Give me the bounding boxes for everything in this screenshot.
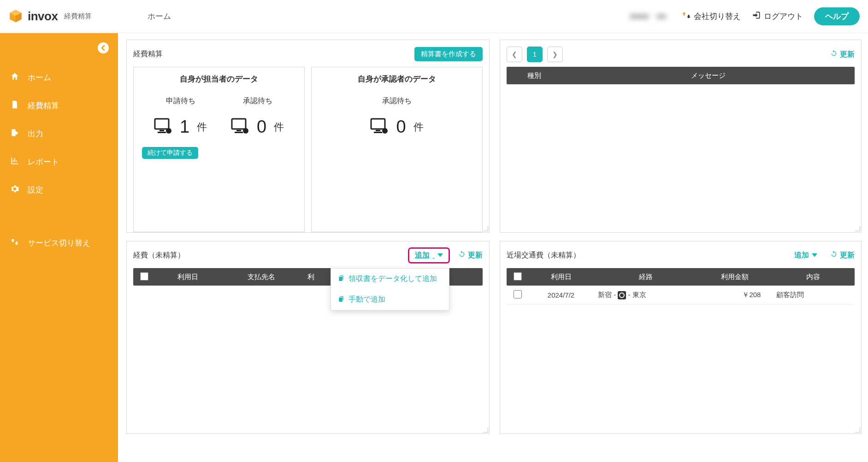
expense-summary-panel: 経費精算 精算書を作成する 自身が担当者のデータ 申請待ち 1 件 (126, 40, 490, 233)
dropdown-item-manual[interactable]: 手動で追加 (331, 289, 449, 310)
col-payee: 支払先名 (220, 273, 303, 281)
logo-block: invox 経費精算 (0, 8, 118, 24)
dropdown-item-label: 手動で追加 (348, 295, 385, 304)
sidebar-item-output[interactable]: 出力 (0, 120, 118, 148)
metric-label: 申請待ち (142, 96, 219, 106)
main-content: 経費精算 精算書を作成する 自身が担当者のデータ 申請待ち 1 件 (118, 33, 868, 462)
svg-rect-5 (158, 132, 166, 133)
metric-value: 0 (396, 117, 406, 137)
logout-icon (752, 11, 761, 22)
svg-rect-3 (155, 119, 169, 129)
copy-icon (337, 275, 345, 284)
sidebar-item-settings[interactable]: 設定 (0, 176, 118, 204)
svg-rect-8 (236, 130, 241, 131)
monitor-icon (370, 118, 389, 136)
metric-unit: 件 (274, 120, 284, 134)
pager-next-button[interactable]: ❯ (547, 47, 563, 62)
sidebar-item-expense[interactable]: 経費精算 (0, 92, 118, 120)
refresh-label: 更新 (840, 50, 855, 59)
metric-value: 0 (257, 117, 266, 137)
col-amount: 利用金額 (698, 273, 772, 281)
sidebar-collapse-button[interactable] (98, 42, 109, 53)
sidebar-item-service-switch[interactable]: サービス切り替え (0, 229, 118, 257)
switch-company-button[interactable]: 会社切り替え (682, 11, 741, 22)
transport-table-header: 利用日 経路 利用金額 内容 (507, 268, 855, 286)
cell-amount: ￥208 (698, 291, 772, 299)
gear-icon (10, 184, 19, 196)
select-all-checkbox[interactable] (514, 272, 522, 281)
brand-sub: 経費精算 (64, 12, 92, 21)
resize-grip-icon[interactable] (483, 427, 488, 433)
sidebar-item-label: 設定 (28, 185, 43, 195)
resize-grip-icon[interactable] (483, 226, 488, 231)
refresh-icon (458, 251, 466, 260)
brand-name: invox (28, 9, 58, 23)
continue-apply-button[interactable]: 続けて申請する (142, 147, 198, 159)
svg-rect-4 (159, 130, 164, 131)
chart-icon (10, 156, 19, 168)
logout-label: ログアウト (764, 11, 803, 22)
sidebar-item-label: 出力 (28, 129, 43, 139)
card-title: 自身が担当者のデータ (142, 74, 296, 84)
col-desc: 内容 (772, 273, 855, 281)
swap-icon (10, 237, 19, 249)
transport-panel: 近場交通費（未精算） 追加 更新 利用日 (500, 241, 862, 434)
dropdown-item-label: 領収書をデータ化して追加 (348, 274, 437, 284)
col-kind: 種別 (507, 71, 562, 80)
route-from: 新宿 (598, 291, 612, 298)
add-dropdown-button[interactable]: 追加 (790, 249, 822, 262)
svg-point-6 (166, 128, 171, 134)
resize-grip-icon[interactable] (855, 427, 860, 433)
refresh-button[interactable]: 更新 (830, 50, 855, 59)
export-icon (10, 128, 19, 140)
metric-unit: 件 (413, 120, 424, 134)
logout-button[interactable]: ログアウト (752, 11, 803, 22)
sidebar-item-home[interactable]: ホーム (0, 64, 118, 92)
svg-rect-11 (371, 119, 385, 129)
route-to: 東京 (632, 291, 646, 298)
page-title: ホーム (148, 11, 171, 22)
svg-rect-9 (235, 132, 243, 133)
svg-rect-13 (374, 132, 382, 133)
switch-company-label: 会社切り替え (694, 11, 741, 22)
row-checkbox[interactable] (514, 290, 522, 298)
cell-date: 2024/7/2 (529, 291, 593, 299)
expense-summary-title: 経費精算 (133, 49, 163, 59)
create-report-button[interactable]: 精算書を作成する (414, 47, 483, 61)
add-dropdown-button[interactable]: 追加 (408, 247, 450, 263)
table-row[interactable]: 2024/7/2 新宿 - - 東京 ￥208 顧客訪問 (507, 286, 855, 305)
monitor-icon (154, 118, 172, 136)
col-date: 利用日 (529, 273, 593, 281)
pager-page-button[interactable]: 1 (527, 47, 543, 62)
unexpensed-panel: 経費（未精算） 追加 更新 (126, 241, 490, 434)
sidebar-item-report[interactable]: レポート (0, 148, 118, 176)
logo-cube-icon (8, 8, 23, 24)
document-icon (10, 100, 19, 111)
refresh-button[interactable]: 更新 (830, 251, 855, 260)
refresh-label: 更新 (468, 251, 483, 260)
svg-point-10 (243, 128, 248, 134)
col-route: 経路 (593, 273, 698, 281)
switch-icon (682, 11, 691, 22)
svg-rect-12 (376, 130, 380, 131)
messages-panel: ❮ 1 ❯ 更新 種別 メッセージ (500, 40, 862, 233)
chevron-down-icon (437, 253, 443, 257)
pager: ❮ 1 ❯ (507, 47, 563, 62)
summary-card-approver: 自身が承認者のデータ 承認待ち 0 件 (311, 67, 483, 232)
refresh-icon (830, 251, 838, 260)
chevron-down-icon (812, 253, 817, 257)
dropdown-item-digitize[interactable]: 領収書をデータ化して追加 (331, 269, 449, 289)
help-button[interactable]: ヘルプ (814, 7, 860, 25)
refresh-button[interactable]: 更新 (458, 251, 483, 260)
resize-grip-icon[interactable] (855, 226, 860, 231)
svg-point-14 (382, 128, 388, 134)
summary-card-owner: 自身が担当者のデータ 申請待ち 1 件 承 (133, 67, 305, 232)
home-icon (10, 72, 19, 83)
refresh-icon (830, 50, 838, 59)
pager-prev-button[interactable]: ❮ (507, 47, 522, 62)
select-all-checkbox[interactable] (140, 272, 148, 281)
metric-label: 承認待ち (219, 96, 296, 106)
add-label: 追加 (415, 251, 430, 260)
sidebar-item-label: 経費精算 (28, 100, 59, 111)
copy-icon (337, 295, 345, 304)
